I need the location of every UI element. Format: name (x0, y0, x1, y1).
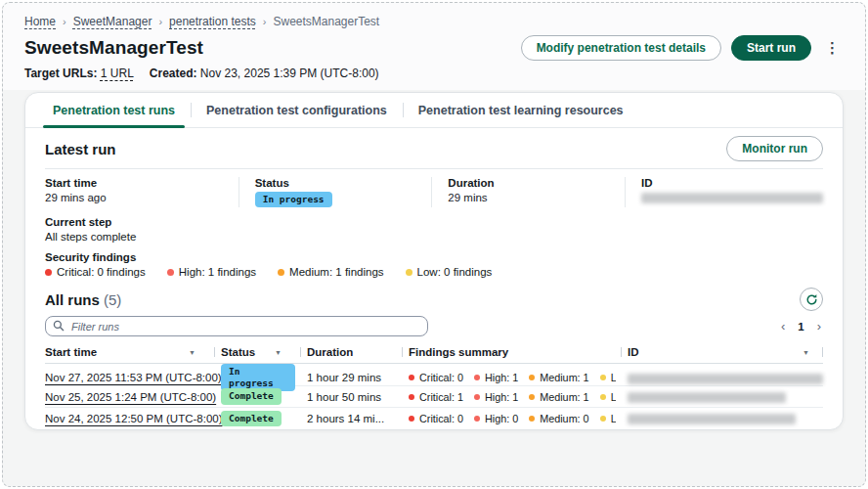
current-step-value: All steps complete (45, 231, 823, 243)
created-meta: Created: Nov 23, 2025 1:39 PM (UTC-8:00) (150, 67, 379, 80)
tab-penetration-test-configurations[interactable]: Penetration test configurations (191, 93, 403, 127)
target-urls-meta: Target URLs: 1 URL (24, 67, 134, 80)
all-runs-title: All runs (5) (45, 291, 121, 308)
severity-dot-low-icon (406, 269, 412, 276)
finding-low: Low: 0 (600, 372, 616, 383)
all-runs-section: All runs (5) (25, 278, 843, 430)
runs-table: Start time▼Status▼DurationFindings summa… (45, 343, 823, 430)
finding-label: Critical: 0 (419, 372, 463, 383)
breadcrumb-separator: › (158, 16, 162, 27)
finding-high: High: 1 findings (167, 266, 256, 278)
kv-duration: Duration 29 mins (431, 177, 625, 207)
column-header-start-time[interactable]: Start time▼ (45, 346, 209, 358)
cell-status: Complete (221, 388, 295, 404)
finding-label: Medium: 0 (540, 413, 588, 424)
security-findings-block: Security findings Critical: 0 findingsHi… (45, 251, 823, 278)
status-badge: In progress (221, 364, 295, 391)
breadcrumb: Home›SweetManager›penetration tests›Swee… (24, 15, 844, 28)
breadcrumb-link[interactable]: penetration tests (169, 15, 256, 28)
monitor-run-button[interactable]: Monitor run (726, 136, 823, 161)
run-start-time-link[interactable]: Nov 27, 2025 11:53 PM (UTC-8:00) (45, 372, 222, 383)
kv-label: Status (255, 177, 432, 189)
run-start-time-link[interactable]: Nov 24, 2025 12:50 PM (UTC-8:00) (45, 413, 223, 424)
finding-low: Low: 0 findings (406, 266, 493, 278)
tab-penetration-test-runs[interactable]: Penetration test runs (37, 93, 191, 127)
next-page-icon[interactable]: › (815, 319, 823, 333)
finding-label: Low: 0 (611, 391, 616, 403)
finding-medium: Medium: 1 (529, 391, 588, 403)
severity-dot-medium-icon (278, 269, 284, 276)
current-step-block: Current step All steps complete (45, 216, 823, 243)
cell-duration: 2 hours 14 mi... (307, 413, 397, 424)
column-header-duration[interactable]: Duration (307, 346, 397, 358)
cell-findings-summary: Critical: 0High: 0Medium: 0Low: 0 (409, 413, 616, 424)
status-badge: In progress (255, 192, 332, 207)
finding-low: Low: 0 (600, 391, 616, 403)
search-icon (53, 320, 65, 332)
current-page-number[interactable]: 1 (798, 321, 803, 333)
column-header-findings-summary[interactable]: Findings summary (409, 346, 616, 358)
finding-label: Medium: 1 findings (289, 266, 384, 278)
finding-label: Critical: 1 (419, 391, 463, 403)
breadcrumb-current: SweetsManagerTest (273, 15, 379, 28)
severity-dot-high-icon (167, 269, 174, 276)
breadcrumb-link[interactable]: SweetManager (73, 15, 152, 28)
target-urls-link[interactable]: 1 URL (101, 67, 134, 80)
run-start-time-link[interactable]: Nov 25, 2025 1:24 PM (UTC-8:00) (45, 391, 216, 403)
more-actions-icon[interactable]: ⋮ (821, 37, 844, 59)
breadcrumb-link[interactable]: Home (24, 15, 56, 28)
filter-field (45, 316, 428, 336)
kv-id: ID (625, 177, 823, 207)
start-run-button[interactable]: Start run (731, 35, 811, 61)
severity-dot-low-icon (600, 375, 606, 380)
table-header-row: Start time▼Status▼DurationFindings summa… (45, 343, 823, 364)
severity-dot-high-icon (474, 416, 480, 422)
tab-bar: Penetration test runsPenetration test co… (25, 93, 843, 128)
finding-label: Medium: 1 (540, 391, 588, 403)
finding-label: Critical: 0 (419, 413, 463, 424)
severity-dot-low-icon (600, 416, 606, 422)
cell-findings-summary: Critical: 1High: 1Medium: 1Low: 0 (409, 391, 616, 403)
pagination: ‹ 1 › (779, 319, 823, 333)
finding-label: High: 1 (485, 372, 518, 383)
redacted-id-value (628, 414, 796, 424)
column-header-label: ID (628, 346, 639, 358)
severity-dot-critical-icon (409, 394, 414, 400)
redacted-id-value (628, 392, 786, 403)
column-header-label: Duration (307, 346, 353, 358)
page-meta: Target URLs: 1 URL Created: Nov 23, 2025… (24, 67, 844, 80)
filter-runs-input[interactable] (45, 316, 428, 336)
column-header-label: Status (221, 346, 255, 358)
cell-start-time: Nov 24, 2025 12:50 PM (UTC-8:00) (45, 413, 209, 424)
refresh-button[interactable] (800, 288, 823, 311)
latest-run-section: Latest run Monitor run Start time 29 min… (25, 128, 843, 278)
finding-critical: Critical: 1 (409, 391, 463, 403)
finding-label: High: 1 findings (179, 266, 256, 278)
column-header-status[interactable]: Status▼ (221, 346, 295, 358)
previous-page-icon[interactable]: ‹ (779, 319, 787, 333)
severity-dot-high-icon (474, 375, 480, 380)
breadcrumb-separator: › (263, 16, 267, 27)
severity-dot-low-icon (600, 394, 606, 400)
latest-run-summary: Start time 29 mins ago Status In progres… (45, 169, 823, 207)
finding-label: Medium: 1 (540, 372, 588, 383)
column-header-label: Start time (45, 346, 97, 358)
table-toolbar: ‹ 1 › (45, 316, 823, 336)
column-header-id[interactable]: ID▼ (628, 346, 823, 358)
tab-penetration-test-learning-resources[interactable]: Penetration test learning resources (403, 93, 639, 127)
finding-label: High: 0 (485, 413, 518, 424)
main-card: Penetration test runsPenetration test co… (24, 92, 844, 430)
page-title: SweetsManagerTest (24, 37, 203, 59)
finding-label: High: 1 (485, 391, 518, 403)
table-row: Nov 25, 2025 1:24 PM (UTC-8:00)Complete1… (45, 386, 823, 409)
cell-start-time: Nov 25, 2025 1:24 PM (UTC-8:00) (45, 391, 209, 403)
modify-penetration-test-details-button[interactable]: Modify penetration test details (521, 35, 721, 61)
sort-caret-icon: ▼ (275, 349, 287, 356)
created-label: Created: (150, 67, 197, 80)
severity-dot-medium-icon (529, 416, 535, 422)
cell-status: Complete (221, 411, 295, 426)
kv-start-time: Start time 29 mins ago (45, 177, 239, 207)
created-value: Nov 23, 2025 1:39 PM (UTC-8:00) (200, 67, 379, 80)
severity-dot-medium-icon (529, 375, 535, 380)
cell-start-time: Nov 27, 2025 11:53 PM (UTC-8:00) (45, 372, 209, 383)
